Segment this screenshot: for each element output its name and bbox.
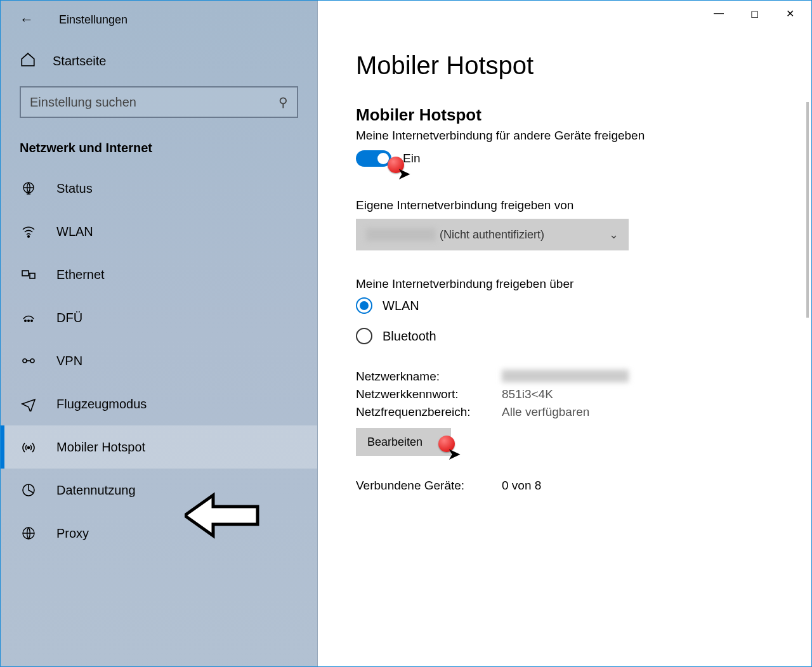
hotspot-icon [20,439,37,455]
toggle-state-label: Ein [403,152,420,165]
wifi-icon [20,224,37,239]
search-input[interactable] [30,95,262,110]
nav-label: WLAN [56,224,93,239]
chevron-down-icon: ⌄ [609,228,619,242]
settings-window: ← Einstellungen Startseite ⚲ Netzwerk un… [0,0,812,667]
radio-icon [356,297,372,314]
nav-list: Status WLAN Ethernet DFÜ [1,167,317,555]
radio-icon [356,328,372,344]
globe-icon [20,181,37,196]
sidebar-item-vpn[interactable]: VPN [1,339,317,382]
connected-label: Verbundene Geräte: [356,479,502,493]
annotation-arrow-icon [185,490,261,543]
proxy-icon [20,526,37,541]
svg-rect-3 [30,273,35,278]
nav-label: Proxy [56,526,89,541]
radio-label: WLAN [383,299,419,313]
scrollbar[interactable] [806,102,809,318]
svg-point-4 [25,320,26,321]
svg-rect-2 [22,271,29,276]
sidebar-item-status[interactable]: Status [1,167,317,210]
connected-value: 0 von 8 [502,479,541,493]
nav-label: Mobiler Hotspot [56,440,145,455]
window-title: Einstellungen [59,13,128,27]
ethernet-icon [20,267,37,282]
share-from-label: Eigene Internetverbindung freigeben von [356,198,780,212]
nav-label: Ethernet [56,268,105,282]
network-name-label: Netzwerkname: [356,370,502,384]
svg-marker-12 [185,495,258,536]
home-label: Startseite [53,54,106,68]
network-properties: Netzwerkname: Netzwerkkennwort: 851i3<4K… [356,370,780,456]
radio-option-wlan[interactable]: WLAN [356,297,780,314]
network-password-label: Netzwerkkennwort: [356,387,502,401]
network-band-value: Alle verfügbaren [502,405,589,419]
network-band-label: Netzfrequenzbereich: [356,405,502,419]
cursor-icon: ➤ [447,444,461,464]
window-controls: ― ◻ ✕ [701,1,808,26]
category-header: Netzwerk und Internet [1,136,317,167]
minimize-button[interactable]: ― [701,1,737,26]
toggle-subtitle: Meine Internetverbindung für andere Gerä… [356,129,780,143]
sidebar-item-wlan[interactable]: WLAN [1,210,317,253]
nav-label: Datennutzung [56,483,136,498]
close-button[interactable]: ✕ [772,1,808,26]
toggle-heading: Mobiler Hotspot [356,105,780,125]
share-over-radio-group: WLAN Bluetooth [356,297,780,344]
sidebar-item-flugzeugmodus[interactable]: Flugzeugmodus [1,382,317,425]
nav-label: Status [56,181,93,196]
sidebar-item-datennutzung[interactable]: Datennutzung [1,469,317,512]
svg-point-9 [28,447,30,449]
sidebar-item-hotspot[interactable]: Mobiler Hotspot [1,425,317,469]
airplane-icon [20,396,37,411]
content-pane: ― ◻ ✕ Mobiler Hotspot Mobiler Hotspot Me… [318,1,811,666]
data-usage-icon [20,482,37,498]
svg-point-7 [23,359,27,363]
sidebar-item-dfu[interactable]: DFÜ [1,296,317,339]
dropdown-selected-suffix: (Nicht authentifiziert) [440,228,544,242]
radio-option-bluetooth[interactable]: Bluetooth [356,328,780,344]
connected-devices: Verbundene Geräte: 0 von 8 [356,479,780,493]
maximize-button[interactable]: ◻ [737,1,772,26]
search-box[interactable]: ⚲ [20,86,298,118]
network-name-value-redacted [502,370,629,382]
dialup-icon [20,310,37,325]
share-from-dropdown[interactable]: (Nicht authentifiziert) ⌄ [356,219,629,250]
sidebar-item-home[interactable]: Startseite [1,39,317,82]
svg-point-1 [28,236,30,238]
search-icon: ⚲ [278,94,288,110]
cursor-icon: ➤ [397,164,411,184]
radio-label: Bluetooth [383,329,436,344]
network-password-value: 851i3<4K [502,387,553,401]
back-icon[interactable]: ← [20,11,34,28]
sidebar: ← Einstellungen Startseite ⚲ Netzwerk un… [1,1,318,666]
redacted-adapter-name [366,228,436,241]
edit-button[interactable]: Bearbeiten [356,428,451,456]
svg-point-8 [30,359,34,363]
edit-button-label: Bearbeiten [367,436,422,448]
svg-point-6 [31,320,32,321]
vpn-icon [20,353,37,368]
svg-point-5 [28,320,29,321]
sidebar-header: ← Einstellungen [1,1,317,39]
sidebar-item-ethernet[interactable]: Ethernet [1,253,317,296]
sidebar-item-proxy[interactable]: Proxy [1,512,317,555]
nav-label: Flugzeugmodus [56,397,147,411]
nav-label: DFÜ [56,311,82,325]
share-over-label: Meine Internetverbindung freigeben über [356,277,780,291]
hotspot-toggle[interactable] [356,150,391,167]
home-icon [20,51,36,71]
page-title: Mobiler Hotspot [356,51,780,80]
nav-label: VPN [56,354,82,368]
